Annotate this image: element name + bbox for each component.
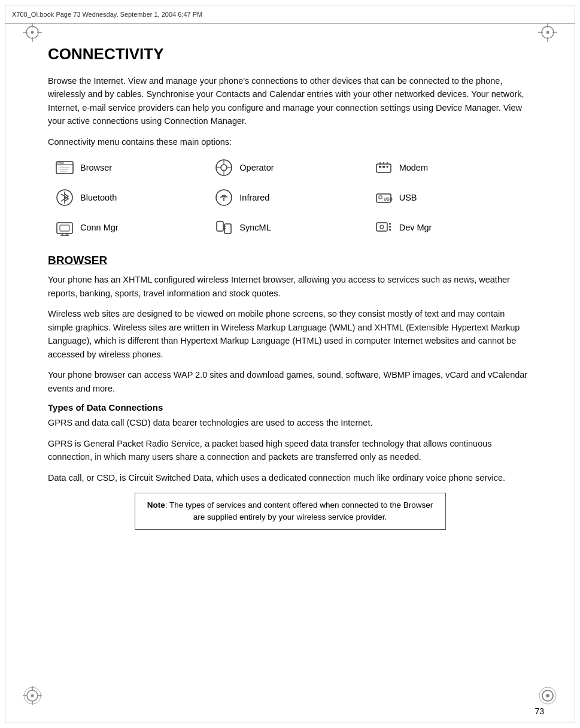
note-label: Note: <box>147 500 169 509</box>
svg-point-37 <box>386 166 388 168</box>
menu-grid: www Browser Operator <box>54 154 532 241</box>
svg-rect-48 <box>57 223 72 233</box>
page-number: 73 <box>535 706 544 716</box>
types-para1: GPRS and data call (CSD) data bearer tec… <box>48 416 532 429</box>
header-bar: X700_OI.book Page 73 Wednesday, Septembe… <box>5 5 575 24</box>
browser-para3: Your phone browser can access WAP 2.0 si… <box>48 368 532 395</box>
menu-label: Connectivity menu contains these main op… <box>48 135 532 148</box>
corner-crosshair-tl <box>22 22 43 43</box>
corner-crosshair-br <box>537 685 558 706</box>
svg-rect-46 <box>379 196 382 199</box>
page-title: CONNECTIVITY <box>48 45 532 63</box>
syncml-icon <box>213 217 235 238</box>
svg-text:USB: USB <box>384 197 393 201</box>
svg-point-11 <box>546 31 549 34</box>
modem-label: Modem <box>399 163 428 172</box>
bluetooth-label: Bluetooth <box>80 193 117 202</box>
usb-label: USB <box>399 193 417 202</box>
svg-point-56 <box>380 225 384 229</box>
infrared-label: Infrared <box>239 193 269 202</box>
operator-label: Operator <box>239 163 274 172</box>
browser-label: Browser <box>80 163 112 172</box>
svg-rect-34 <box>376 164 391 172</box>
svg-point-18 <box>31 694 34 697</box>
menu-item-connmgr: Conn Mgr <box>54 214 213 241</box>
connmgr-label: Conn Mgr <box>80 223 119 232</box>
svg-text:www: www <box>57 161 64 165</box>
menu-item-devmgr: Dev Mgr <box>373 214 532 241</box>
svg-point-29 <box>221 165 227 171</box>
browser-section-title: BROWSER <box>48 254 532 267</box>
infrared-icon <box>213 187 235 208</box>
types-section-title: Types of Data Connections <box>48 402 532 412</box>
menu-item-browser: www Browser <box>54 154 213 181</box>
browser-para2: Wireless web sites are designed to be vi… <box>48 307 532 361</box>
corner-crosshair-tr <box>537 22 558 43</box>
menu-item-infrared: Infrared <box>213 184 372 211</box>
types-para3: Data call, or CSD, is Circuit Switched D… <box>48 471 532 484</box>
corner-crosshair-bl <box>22 685 43 706</box>
connmgr-icon <box>54 217 75 238</box>
svg-point-21 <box>546 694 549 697</box>
svg-rect-35 <box>379 166 381 168</box>
svg-rect-55 <box>376 223 387 231</box>
usb-icon: USB <box>373 187 394 208</box>
svg-rect-49 <box>60 225 69 231</box>
intro-paragraph: Browse the Internet. View and manage you… <box>48 74 532 128</box>
menu-item-modem: Modem <box>373 154 532 181</box>
browser-icon: www <box>54 157 75 178</box>
menu-item-usb: USB USB <box>373 184 532 211</box>
note-text: The types of services and content offere… <box>169 500 433 521</box>
menu-item-bluetooth: Bluetooth <box>54 184 213 211</box>
svg-rect-53 <box>217 222 223 231</box>
main-content: CONNECTIVITY Browse the Internet. View a… <box>48 33 532 695</box>
header-text: X700_OI.book Page 73 Wednesday, Septembe… <box>12 11 202 18</box>
browser-para1: Your phone has an XHTML configured wirel… <box>48 273 532 300</box>
types-para2: GPRS is General Packet Radio Service, a … <box>48 437 532 464</box>
svg-rect-36 <box>382 166 385 168</box>
svg-point-5 <box>31 31 34 34</box>
devmgr-label: Dev Mgr <box>399 223 432 232</box>
syncml-label: SyncML <box>239 223 271 232</box>
menu-item-syncml: SyncML <box>213 214 372 241</box>
modem-icon <box>373 157 394 178</box>
menu-item-operator: Operator <box>213 154 372 181</box>
devmgr-icon <box>373 217 394 238</box>
bluetooth-icon <box>54 187 75 208</box>
operator-icon <box>213 157 235 178</box>
note-box: Note: The types of services and content … <box>135 493 446 530</box>
